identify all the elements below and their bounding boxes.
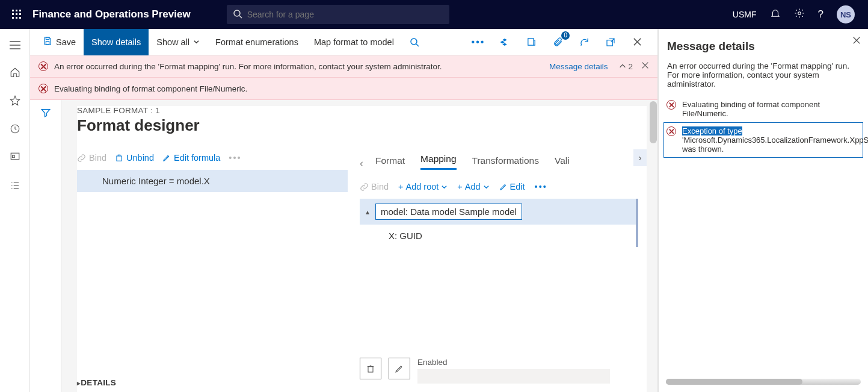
- close-pane-icon[interactable]: [852, 36, 861, 47]
- svg-rect-34: [117, 156, 122, 161]
- edit-prop-button[interactable]: [389, 358, 410, 379]
- edit-button[interactable]: Edit: [499, 182, 525, 191]
- bell-icon[interactable]: [770, 8, 781, 22]
- tab-mapping[interactable]: Mapping: [420, 154, 456, 170]
- close-icon[interactable]: [627, 33, 647, 52]
- svg-rect-25: [46, 42, 49, 45]
- home-icon[interactable]: [10, 67, 20, 81]
- caret-down-icon[interactable]: ▴: [366, 208, 369, 216]
- show-details-button[interactable]: Show details: [84, 29, 149, 55]
- tree-root-item[interactable]: ▴ model: Data model Sample model: [360, 199, 636, 225]
- attachment-count: 0: [561, 31, 570, 40]
- page-options-icon[interactable]: [522, 33, 541, 52]
- filter-gutter: [30, 100, 61, 392]
- star-icon[interactable]: [10, 95, 20, 109]
- message-item-2-text: Exception of type 'Microsoft.Dynamics365…: [682, 126, 868, 154]
- svg-rect-2: [19, 10, 21, 11]
- property-value[interactable]: [417, 369, 610, 384]
- svg-rect-1: [16, 10, 17, 11]
- gear-icon[interactable]: [794, 8, 805, 22]
- error-icon: ✕: [666, 126, 676, 136]
- search-input[interactable]: [247, 10, 443, 19]
- svg-rect-3: [12, 13, 14, 15]
- svg-line-10: [239, 16, 242, 18]
- svg-rect-6: [12, 17, 14, 19]
- search-action-icon[interactable]: [402, 29, 427, 55]
- popout-icon[interactable]: [601, 33, 620, 52]
- message-item-2[interactable]: ✕ Exception of type 'Microsoft.Dynamics3…: [663, 122, 863, 158]
- top-nav: Finance and Operations Preview USMF ? NS: [0, 0, 868, 29]
- waffle-icon[interactable]: [5, 10, 29, 19]
- dismiss-banner-icon[interactable]: [641, 61, 649, 71]
- svg-point-11: [798, 11, 801, 14]
- hamburger-icon[interactable]: [10, 40, 20, 52]
- message-heading: Message details: [667, 40, 860, 53]
- svg-point-9: [234, 10, 240, 16]
- format-node[interactable]: Numeric Integer = model.X: [77, 170, 348, 192]
- collapse-icon[interactable]: 2: [618, 62, 633, 71]
- banner-text-1: An error occurred during the 'Format map…: [54, 62, 442, 71]
- bind-button[interactable]: Bind: [77, 153, 106, 163]
- svg-rect-35: [368, 367, 373, 372]
- message-details-link[interactable]: Message details: [549, 62, 608, 71]
- tab-validations[interactable]: Vali: [555, 155, 570, 170]
- company-code[interactable]: USMF: [733, 10, 757, 19]
- svg-line-27: [416, 44, 419, 46]
- add-root-button[interactable]: + Add root: [398, 182, 448, 191]
- clock-icon[interactable]: [10, 123, 20, 137]
- message-item-1[interactable]: ✕ Evaluating binding of format component…: [663, 96, 863, 122]
- delete-button[interactable]: [360, 358, 381, 379]
- svg-rect-24: [46, 37, 49, 39]
- more-right-icon[interactable]: •••: [535, 182, 547, 191]
- error-banner-2: ✕ Evaluating binding of format component…: [30, 78, 657, 100]
- tab-next-icon[interactable]: ›: [633, 149, 647, 166]
- tab-format[interactable]: Format: [375, 155, 405, 170]
- tab-transformations[interactable]: Transformations: [472, 155, 539, 170]
- tree-child-item[interactable]: X: GUID: [360, 225, 636, 247]
- tab-back-icon[interactable]: ‹: [360, 157, 363, 170]
- search-box[interactable]: [227, 5, 449, 24]
- map-format-button[interactable]: Map format to model: [306, 29, 402, 55]
- save-label: Save: [56, 37, 76, 47]
- unbind-button[interactable]: Unbind: [115, 153, 154, 163]
- personalize-icon[interactable]: [495, 33, 514, 52]
- app-title: Finance and Operations Preview: [32, 8, 191, 20]
- message-summary: An error occurred during the 'Format map…: [667, 61, 860, 89]
- banner-text-2: Evaluating binding of format component F…: [54, 84, 247, 93]
- workspace-icon[interactable]: [10, 152, 20, 166]
- edit-formula-button[interactable]: Edit formula: [162, 153, 220, 163]
- details-section[interactable]: DETAILS: [77, 370, 348, 392]
- horizontal-scrollbar[interactable]: [666, 379, 861, 385]
- bind-right-button[interactable]: Bind: [360, 182, 389, 191]
- svg-rect-17: [12, 155, 14, 158]
- search-icon: [233, 9, 242, 20]
- format-enumerations-button[interactable]: Format enumerations: [208, 29, 306, 55]
- more-actions-icon[interactable]: •••: [469, 33, 488, 52]
- filter-icon[interactable]: [40, 107, 51, 392]
- svg-rect-0: [12, 10, 14, 11]
- svg-rect-8: [19, 17, 21, 19]
- error-banner-1: ✕ An error occurred during the 'Format m…: [30, 55, 657, 78]
- help-icon[interactable]: ?: [818, 8, 823, 20]
- add-button[interactable]: + Add: [457, 182, 489, 191]
- page-title: Format designer: [77, 116, 647, 135]
- format-tree-pane: Bind Unbind Edit formula: [77, 146, 348, 392]
- svg-point-26: [411, 39, 417, 45]
- left-rail: [0, 29, 30, 392]
- scrollbar[interactable]: [649, 100, 657, 392]
- svg-rect-5: [19, 13, 21, 15]
- modules-icon[interactable]: [10, 180, 20, 194]
- error-icon: ✕: [666, 100, 676, 110]
- more-left-icon[interactable]: •••: [229, 153, 241, 163]
- avatar[interactable]: NS: [837, 5, 855, 23]
- refresh-icon[interactable]: [574, 33, 594, 52]
- show-all-button[interactable]: Show all: [149, 29, 208, 55]
- svg-rect-28: [528, 39, 533, 45]
- error-icon: ✕: [38, 84, 48, 93]
- collapse-count: 2: [628, 62, 633, 71]
- save-button[interactable]: Save: [35, 29, 84, 55]
- attachments-icon[interactable]: 0: [548, 33, 567, 52]
- save-icon: [43, 36, 52, 48]
- action-pane: Save Show details Show all Format enumer…: [30, 29, 657, 55]
- tree-root-label: model: Data model Sample model: [375, 204, 522, 220]
